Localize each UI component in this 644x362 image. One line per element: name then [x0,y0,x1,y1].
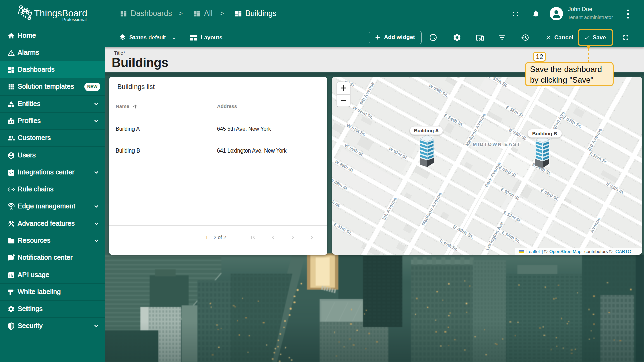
svg-text:CARTO: CARTO [615,249,631,254]
svg-text:contributors ©: contributors © [584,249,612,254]
svg-text:Building B: Building B [532,131,557,136]
svg-text:Leaflet: Leaflet [526,249,540,254]
svg-text:Building A: Building A [414,128,439,133]
svg-text:MIDTOWN EAST: MIDTOWN EAST [473,142,521,147]
svg-text:| ©: | © [542,249,547,254]
svg-text:OpenStreetMap: OpenStreetMap [549,249,581,254]
